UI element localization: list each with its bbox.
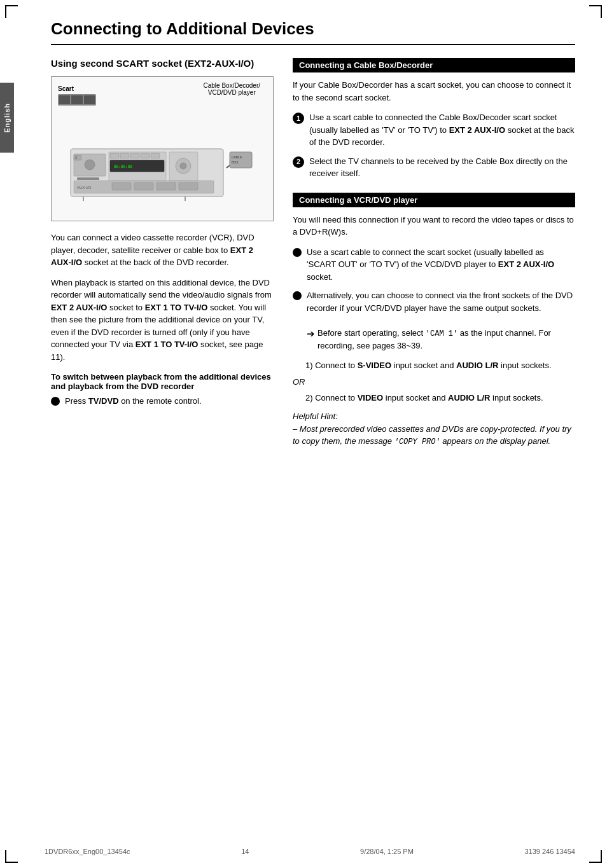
switch-heading: To switch between playback from the addi… xyxy=(51,372,274,391)
vcr-dvd-heading: Connecting a VCR/DVD player xyxy=(293,193,575,207)
page-footer: 1DVDR6xx_Eng00_13454c 14 9/28/04, 1:25 P… xyxy=(0,848,607,855)
vcr-dvd-section: Connecting a VCR/DVD player You will nee… xyxy=(293,193,575,448)
switch-bullet-text: Press TV/DVD on the remote control. xyxy=(65,395,202,408)
svg-rect-9 xyxy=(130,153,139,158)
cable-box-heading: Connecting a Cable Box/Decorder xyxy=(293,58,575,72)
arrow-instruction: ➔ Before start operating, select 'CAM 1'… xyxy=(307,327,575,352)
svg-rect-21 xyxy=(157,183,176,190)
step-number-1: 1 xyxy=(293,113,304,124)
bullet-icon-2 xyxy=(293,291,302,300)
arrow-icon: ➔ xyxy=(307,327,315,352)
footer-product-code: 3139 246 13454 xyxy=(524,848,575,855)
cable-box-label: Cable Box/Decoder/VCD/DVD player xyxy=(204,82,261,96)
right-column: Connecting a Cable Box/Decorder If your … xyxy=(293,58,575,460)
step-svideo: 1) Connect to S-VIDEO input socket and A… xyxy=(305,359,575,372)
svg-text:AUX-I/O: AUX-I/O xyxy=(77,186,92,189)
vcr-dvd-bullet-1: Use a scart cable to connect the scart s… xyxy=(293,246,575,284)
cable-box-intro: If your Cable Box/Decorder has a scart s… xyxy=(293,79,575,104)
helpful-hint-text: – Most prerecorded video cassettes and D… xyxy=(293,424,571,446)
svideo-bold: S-VIDEO xyxy=(358,361,391,370)
ext1-bold: EXT 1 TO TV-I/O xyxy=(145,303,208,312)
device-diagram: Scart Cable Box/Decoder/VCD/DVD player xyxy=(51,76,274,221)
left-section-heading: Using second SCART socket (EXT2-AUX-I/O) xyxy=(51,58,274,69)
scart-label: Scart xyxy=(58,85,74,92)
video-bold: VIDEO xyxy=(358,393,383,403)
ext2-vcr-bold: EXT 2 AUX-I/O xyxy=(498,259,554,269)
cam1-display: 'CAM 1' xyxy=(426,329,457,338)
vcr-bullet-1-text: Use a scart cable to connect the scart s… xyxy=(307,246,575,284)
svg-rect-22 xyxy=(179,183,198,190)
step-2-text: Select the TV channels to be received by… xyxy=(309,155,575,180)
bullet-icon-1 xyxy=(293,248,302,257)
svg-rect-19 xyxy=(112,183,131,190)
footer-page-number: 14 xyxy=(241,848,249,855)
ext-socket-bold: EXT 2 AUX-I/O xyxy=(51,245,253,268)
svg-point-2 xyxy=(85,160,95,170)
left-column: Using second SCART socket (EXT2-AUX-I/O)… xyxy=(51,58,274,460)
vcr-dvd-intro: You will need this connection if you wan… xyxy=(293,214,575,238)
svg-rect-10 xyxy=(141,153,150,158)
switch-bullet-item: Press TV/DVD on the remote control. xyxy=(51,395,274,408)
left-intro-text: You can connect a video cassette recorde… xyxy=(51,231,274,269)
step-video: 2) Connect to VIDEO input socket and AUD… xyxy=(305,392,575,404)
footer-date: 9/28/04, 1:25 PM xyxy=(360,848,414,855)
vcr-bullet-2-text: Alternatively, you can choose to connect… xyxy=(307,289,575,352)
vcr-dvd-bullets: Use a scart cable to connect the scart s… xyxy=(293,246,575,352)
svg-text:CABLE: CABLE xyxy=(232,155,242,159)
svg-rect-11 xyxy=(151,153,160,158)
step-number-2: 2 xyxy=(293,156,304,168)
helpful-hint-label: Helpful Hint: xyxy=(293,411,338,421)
two-column-layout: Using second SCART socket (EXT2-AUX-I/O)… xyxy=(51,58,575,460)
device-svg: S 00:00:00 xyxy=(58,111,255,212)
svg-rect-8 xyxy=(120,153,129,158)
or-divider: OR xyxy=(293,377,575,387)
arrow-text-content: Before start operating, select 'CAM 1' a… xyxy=(317,327,575,352)
audio-lr-1-bold: AUDIO L/R xyxy=(456,361,498,370)
ext2-step1-bold: EXT 2 AUX-I/O xyxy=(449,125,505,135)
svg-point-16 xyxy=(180,163,186,169)
cable-box-section: Connecting a Cable Box/Decorder If your … xyxy=(293,58,575,180)
svg-rect-7 xyxy=(110,153,119,158)
footer-doc-code: 1DVDR6xx_Eng00_13454c xyxy=(45,848,130,855)
svg-rect-3 xyxy=(77,177,99,180)
ext2-bold: EXT 2 AUX-I/O xyxy=(51,303,107,312)
step-1-text: Use a scart cable to connected the Cable… xyxy=(309,111,575,149)
cable-box-step-1: 1 Use a scart cable to connected the Cab… xyxy=(293,111,575,149)
ext1-2-bold: EXT 1 TO TV-I/O xyxy=(136,340,199,349)
tvdvd-button-label: TV/DVD xyxy=(88,396,119,406)
vcr-dvd-bullet-2: Alternatively, you can choose to connect… xyxy=(293,289,575,352)
switch-bullet-list: Press TV/DVD on the remote control. xyxy=(51,395,274,408)
copy-pro-display: 'COPY PRO' xyxy=(394,437,440,446)
playback-text: When playback is started on this additio… xyxy=(51,277,274,364)
helpful-hint: Helpful Hint: – Most prerecorded video c… xyxy=(293,410,575,448)
svg-text:00:00:00: 00:00:00 xyxy=(114,164,132,169)
cable-box-steps: 1 Use a scart cable to connected the Cab… xyxy=(293,111,575,180)
cable-box-step-2: 2 Select the TV channels to be received … xyxy=(293,155,575,180)
page-title: Connecting to Additional Devices xyxy=(51,19,575,45)
bullet-icon xyxy=(51,397,60,406)
audio-lr-2-bold: AUDIO L/R xyxy=(448,393,490,403)
svg-text:BOX: BOX xyxy=(232,160,239,164)
svg-rect-20 xyxy=(134,183,153,190)
